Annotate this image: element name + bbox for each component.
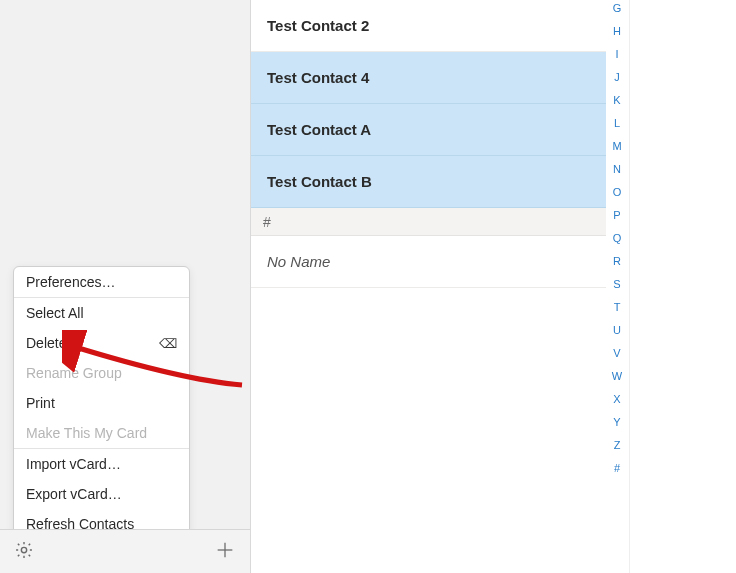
index-letter[interactable]: Y bbox=[613, 416, 620, 428]
index-letter[interactable]: H bbox=[613, 25, 621, 37]
menu-label: Select All bbox=[26, 305, 84, 321]
contact-list: Test Contact 2 Test Contact 4 Test Conta… bbox=[251, 0, 629, 573]
index-letter[interactable]: R bbox=[613, 255, 621, 267]
contact-name: Test Contact 2 bbox=[267, 17, 369, 34]
contact-row[interactable]: Test Contact 4 bbox=[251, 52, 606, 104]
contact-name: No Name bbox=[267, 253, 330, 270]
settings-menu: Preferences… Select All Delete ⌫ Rename … bbox=[13, 266, 190, 540]
index-letter[interactable]: I bbox=[615, 48, 618, 60]
delete-key-icon: ⌫ bbox=[159, 336, 177, 351]
index-letter[interactable]: Q bbox=[613, 232, 622, 244]
index-letter[interactable]: U bbox=[613, 324, 621, 336]
menu-preferences[interactable]: Preferences… bbox=[14, 267, 189, 297]
contact-name: Test Contact A bbox=[267, 121, 371, 138]
contact-row[interactable]: Test Contact 2 bbox=[251, 0, 606, 52]
contact-row[interactable]: No Name bbox=[251, 236, 606, 288]
contact-name: Test Contact 4 bbox=[267, 69, 369, 86]
menu-print[interactable]: Print bbox=[14, 388, 189, 418]
menu-import-vcard[interactable]: Import vCard… bbox=[14, 449, 189, 479]
index-letter[interactable]: O bbox=[613, 186, 622, 198]
index-letter[interactable]: K bbox=[613, 94, 620, 106]
gear-icon[interactable] bbox=[14, 540, 34, 564]
index-letter[interactable]: N bbox=[613, 163, 621, 175]
contact-name: Test Contact B bbox=[267, 173, 372, 190]
section-label: # bbox=[263, 214, 271, 230]
alpha-index: G H I J K L M N O P Q R S T U V W X Y Z … bbox=[608, 2, 626, 474]
menu-delete[interactable]: Delete ⌫ bbox=[14, 328, 189, 358]
menu-label: Preferences… bbox=[26, 274, 115, 290]
index-letter[interactable]: Z bbox=[614, 439, 621, 451]
contact-row[interactable]: Test Contact A bbox=[251, 104, 606, 156]
plus-icon[interactable] bbox=[214, 539, 236, 565]
index-letter[interactable]: W bbox=[612, 370, 622, 382]
menu-label: Import vCard… bbox=[26, 456, 121, 472]
app-root: Preferences… Select All Delete ⌫ Rename … bbox=[0, 0, 736, 573]
menu-export-vcard[interactable]: Export vCard… bbox=[14, 479, 189, 509]
menu-label: Rename Group bbox=[26, 365, 122, 381]
sidebar: Preferences… Select All Delete ⌫ Rename … bbox=[0, 0, 251, 573]
index-letter[interactable]: V bbox=[613, 347, 620, 359]
menu-label: Print bbox=[26, 395, 55, 411]
contact-row[interactable]: Test Contact B bbox=[251, 156, 606, 208]
index-letter[interactable]: L bbox=[614, 117, 620, 129]
index-letter[interactable]: P bbox=[613, 209, 620, 221]
index-letter[interactable]: # bbox=[614, 462, 620, 474]
index-letter[interactable]: J bbox=[614, 71, 620, 83]
menu-rename-group: Rename Group bbox=[14, 358, 189, 388]
menu-select-all[interactable]: Select All bbox=[14, 298, 189, 328]
detail-pane bbox=[629, 0, 736, 573]
menu-label: Make This My Card bbox=[26, 425, 147, 441]
index-letter[interactable]: T bbox=[614, 301, 621, 313]
index-letter[interactable]: G bbox=[613, 2, 622, 14]
index-letter[interactable]: M bbox=[612, 140, 621, 152]
menu-label: Export vCard… bbox=[26, 486, 122, 502]
sidebar-toolbar bbox=[0, 529, 250, 573]
index-letter[interactable]: X bbox=[613, 393, 620, 405]
menu-make-card: Make This My Card bbox=[14, 418, 189, 448]
section-header: # bbox=[251, 208, 606, 236]
menu-label: Delete bbox=[26, 335, 66, 351]
index-letter[interactable]: S bbox=[613, 278, 620, 290]
svg-point-0 bbox=[21, 547, 26, 552]
